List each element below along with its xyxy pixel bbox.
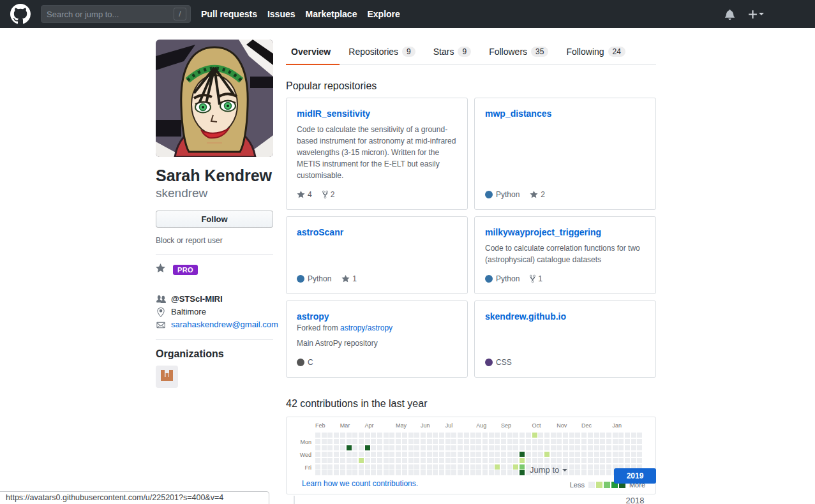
contribution-cell [526,452,531,457]
nav-link-explore[interactable]: Explore [367,9,400,19]
contribution-cell [563,439,568,444]
contribution-cell [377,464,382,470]
contribution-cell [637,452,642,457]
repo-link[interactable]: astropy [297,311,457,322]
contribution-cell [359,439,364,444]
search-box[interactable]: / [41,5,191,23]
contribution-cell [631,433,636,438]
repo-fork-note: Forked from astropy/astropy [297,323,457,332]
contribution-cell [322,433,327,438]
calendar-month-label: Jun [421,422,430,429]
star-icon[interactable] [156,263,165,276]
profile-avatar[interactable] [156,40,273,157]
repo-language: Python [485,274,520,283]
contribution-cell [315,464,320,470]
tab-count-badge: 9 [402,47,415,57]
contribution-cell [427,445,432,450]
year-button-2019[interactable]: 2019 [614,468,656,484]
nav-link-pull-requests[interactable]: Pull requests [201,9,257,19]
contribution-cell [513,445,518,450]
contribution-cell [334,464,339,470]
contribution-cell [359,452,364,457]
contribution-cell [476,445,481,450]
repo-link[interactable]: skendrew.github.io [485,311,645,322]
repo-stars-count[interactable]: 4 [297,190,312,199]
create-new-plus-icon[interactable] [749,9,764,20]
contribution-cell [551,452,556,457]
organization-avatar[interactable] [156,366,178,388]
contribution-cell [427,439,432,444]
contribution-cell [581,433,587,438]
contribution-cell [470,464,475,470]
tab-stars[interactable]: Stars9 [424,40,480,65]
repo-forks-count[interactable]: 2 [322,190,335,199]
calendar-day-label: Mon [287,439,311,445]
contribution-cell [402,458,407,463]
block-report-link[interactable]: Block or report user [156,236,223,245]
contribution-cell [631,452,636,457]
jump-to-dropdown[interactable]: Jump to [530,465,567,475]
email-link[interactable]: sarahaskendrew@gmail.com [171,318,278,331]
contribution-cell [396,464,401,470]
contribution-cell [625,458,630,463]
contribution-cell [594,464,599,470]
tab-overview[interactable]: Overview [286,40,340,65]
nav-link-issues[interactable]: Issues [267,9,295,19]
contribution-cell [569,445,574,450]
contribution-cell [402,452,407,457]
repo-link[interactable]: midIR_sensitivity [297,108,457,119]
organizations-title: Organizations [156,348,273,360]
contribution-cell [451,445,456,450]
search-input[interactable] [47,10,174,19]
contribution-cell [389,452,394,457]
org-handle[interactable]: @STScI-MIRI [171,293,223,306]
top-navbar: / Pull requestsIssuesMarketplaceExplore [0,0,815,28]
repo-link[interactable]: astroScanr [297,227,457,237]
contribution-cell [458,433,463,438]
contribution-cell [557,433,562,438]
contribution-cell [352,439,357,444]
notifications-bell-icon[interactable] [725,9,735,20]
contribution-cell [327,445,333,450]
contribution-cell [414,470,419,475]
contribution-cell [371,470,376,475]
contribution-cell [507,464,512,470]
contribution-cell [359,433,364,438]
repo-link[interactable]: mwp_distances [485,108,645,119]
contribution-cell [334,452,339,457]
github-logo-icon[interactable] [10,4,31,24]
contribution-cell [482,433,488,438]
year-button-2018[interactable]: 2018 [614,493,656,504]
contribution-cell [631,439,636,444]
repo-stars-count[interactable]: 2 [530,190,545,199]
fork-source-link[interactable]: astropy/astropy [340,323,393,332]
contribution-cell [464,445,469,450]
contribution-cell [427,433,432,438]
tab-following[interactable]: Following24 [557,40,634,65]
contribution-cell [618,433,624,438]
tab-repositories[interactable]: Repositories9 [340,40,424,65]
contribution-cell [389,439,394,444]
profile-sidebar: Sarah Kendrew skendrew Follow Block or r… [156,40,273,388]
contribution-cell [414,439,419,444]
repo-stars-count[interactable]: 1 [341,274,357,283]
contribution-cell [458,452,463,457]
contribution-cell [557,452,562,457]
repo-link[interactable]: milkywayproject_triggering [485,227,645,237]
contribution-cell [569,439,574,444]
learn-contributions-link[interactable]: Learn how we count contributions. [302,479,418,488]
contribution-cell [581,464,587,470]
contribution-cell [458,445,463,450]
contribution-cell [501,452,506,457]
nav-link-marketplace[interactable]: Marketplace [306,9,357,19]
contribution-cell [470,439,475,444]
tab-followers[interactable]: Followers35 [480,40,557,65]
follow-button[interactable]: Follow [156,211,273,228]
contribution-cell [402,464,407,470]
contribution-cell [631,458,636,463]
slash-key-hint: / [174,8,186,20]
contribution-cell [575,439,580,444]
contribution-cell [315,445,320,450]
repo-card-midIR_sensitivity: midIR_sensitivityCode to calculate the s… [286,98,468,210]
repo-forks-count[interactable]: 1 [530,274,542,283]
